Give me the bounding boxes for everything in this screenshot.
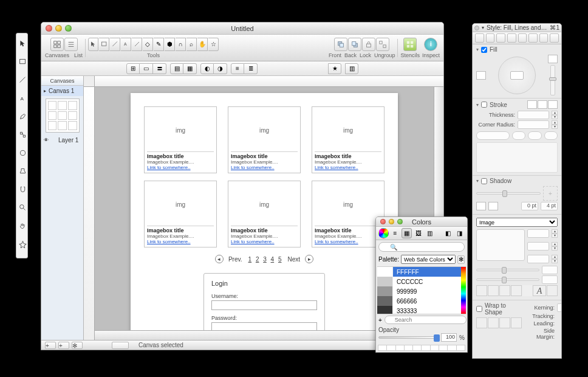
thickness-field[interactable]: [518, 111, 549, 119]
rubber-stamp-icon[interactable]: [18, 164, 27, 178]
tab-lines-icon[interactable]: [486, 33, 495, 43]
imagebox-card[interactable]: img Imagebox title Imagebox Example.... …: [144, 106, 217, 173]
blend-slider[interactable]: [550, 65, 555, 95]
image-palettes-icon[interactable]: 🖼: [413, 228, 423, 238]
image-mode-select[interactable]: Image: [476, 218, 558, 227]
shadow-color-swatch[interactable]: [476, 202, 486, 210]
tool-magnet-icon[interactable]: ∩: [176, 38, 186, 51]
list-button[interactable]: [64, 38, 78, 51]
page-2[interactable]: 2: [256, 256, 259, 263]
imagebox-card[interactable]: img Imagebox titleImagebox Example....Li…: [144, 181, 217, 247]
extra-picker2-icon[interactable]: ◨: [454, 228, 465, 238]
pager-next-icon[interactable]: ▸: [305, 255, 313, 263]
pager-prev-icon[interactable]: ◂: [215, 255, 224, 263]
page-5[interactable]: 5: [278, 256, 282, 263]
vertical-ruler[interactable]: [84, 87, 95, 340]
pointer-tool-icon[interactable]: [18, 36, 27, 50]
stencils-button[interactable]: [403, 38, 417, 51]
shadow-type-icon[interactable]: [488, 202, 498, 210]
line-mid1[interactable]: [512, 131, 525, 140]
shape-tool-icon[interactable]: [18, 55, 27, 68]
tab-style-icon[interactable]: [475, 33, 484, 43]
palette-select[interactable]: Web Safe Colors: [401, 255, 456, 264]
color-row[interactable]: CCCCCC: [377, 277, 466, 286]
sidebar-layer-item[interactable]: 👁Layer 1: [41, 135, 83, 145]
crayons-icon[interactable]: ▥: [425, 228, 435, 238]
lock-button[interactable]: [362, 38, 375, 51]
pager-prev-label[interactable]: Prev.: [228, 256, 242, 263]
color-sliders-icon[interactable]: ≡: [390, 228, 400, 238]
text-tool-icon[interactable]: A: [18, 91, 27, 105]
color-list[interactable]: FFFFFFCCCCCC999999666666333333000000: [377, 266, 466, 314]
stroke-double-icon[interactable]: [538, 100, 547, 109]
color-search-input[interactable]: [378, 242, 465, 252]
tab-connections-icon[interactable]: [539, 33, 549, 43]
shadow-checkbox[interactable]: [481, 178, 487, 184]
tool-line-icon[interactable]: [110, 38, 120, 51]
font-sample[interactable]: A: [533, 285, 546, 296]
pager-next-label[interactable]: Next: [287, 256, 300, 263]
browse-tool-icon[interactable]: [18, 237, 27, 251]
snap-btn-icon[interactable]: ⊞: [126, 63, 140, 74]
stroke-single-icon[interactable]: [527, 100, 537, 109]
imagebox-card[interactable]: img Imagebox titleImagebox Example....Li…: [312, 106, 385, 173]
zoom-tool-icon[interactable]: [18, 201, 27, 214]
shadow-blur-slider[interactable]: [476, 192, 541, 195]
color-row[interactable]: 666666: [377, 296, 466, 306]
palette-gear-icon[interactable]: ✻: [457, 255, 465, 264]
tab-canvas-icon[interactable]: [550, 33, 559, 43]
pen-tool-icon[interactable]: [18, 109, 27, 123]
page-4[interactable]: 4: [271, 256, 275, 263]
page-3[interactable]: 3: [263, 256, 267, 263]
canvases-button[interactable]: [50, 38, 64, 51]
tab-geometry-icon[interactable]: [518, 33, 527, 43]
close-icon[interactable]: [474, 26, 479, 30]
tool-brush-icon[interactable]: ✎: [154, 38, 164, 51]
wrap-opt-icon[interactable]: [476, 317, 487, 328]
colors-titlebar[interactable]: Colors: [376, 217, 467, 227]
kerning-field[interactable]: [557, 303, 562, 312]
add-color-icon[interactable]: +: [378, 317, 382, 323]
back-button[interactable]: [348, 38, 361, 51]
add-layer-icon[interactable]: +: [58, 342, 69, 349]
color-well[interactable]: [378, 345, 387, 351]
tool-shape-icon[interactable]: [99, 38, 109, 51]
tool-text-icon[interactable]: A: [121, 38, 131, 51]
stroke-custom-icon[interactable]: [548, 100, 558, 109]
color-row[interactable]: 999999: [377, 286, 466, 296]
wrap-checkbox[interactable]: [476, 306, 482, 312]
canvas-page[interactable]: img Imagebox title Imagebox Example.... …: [131, 93, 398, 330]
imagebox-card[interactable]: img Imagebox titleImagebox Example....Li…: [228, 106, 301, 173]
star-toggle-icon[interactable]: ★: [328, 63, 341, 74]
line-mid2[interactable]: [528, 131, 541, 140]
username-field[interactable]: [211, 300, 317, 310]
style-titlebar[interactable]: ▾ Style: Fill, Lines and Shapes, Sha… ⌘1: [473, 24, 561, 32]
diagram-tool-icon[interactable]: [18, 128, 27, 141]
tool-browse-icon[interactable]: ☆: [208, 38, 219, 51]
fill-color-swatch[interactable]: [476, 71, 486, 80]
main-titlebar[interactable]: Untitled: [41, 22, 443, 35]
image-preview[interactable]: [476, 229, 525, 261]
imagebox-card[interactable]: img Imagebox titleImagebox Example....Li…: [312, 181, 385, 247]
color-row[interactable]: FFFFFF: [377, 267, 466, 277]
imagebox-card[interactable]: img Imagebox titleImagebox Example....Li…: [228, 181, 301, 247]
opacity-slider[interactable]: [378, 336, 439, 339]
imagebox-link[interactable]: Link to somewhere..: [147, 165, 214, 170]
tool-hand-icon[interactable]: ✋: [197, 38, 208, 51]
shadow-y-field[interactable]: 4 pt: [541, 202, 558, 210]
color-row[interactable]: 333333: [377, 306, 466, 314]
opacity-value[interactable]: 100: [441, 333, 457, 342]
tool-zoom-icon[interactable]: ⌕: [186, 38, 197, 51]
image-opacity-slider[interactable]: [476, 269, 539, 271]
magnet-tool-icon[interactable]: [18, 182, 27, 196]
image-size-field[interactable]: [527, 229, 549, 238]
fill-checkbox[interactable]: [481, 47, 487, 53]
tool-stamp-icon[interactable]: ⬢: [165, 38, 175, 51]
hue-strip[interactable]: [461, 267, 466, 314]
tool-diagram-icon[interactable]: ◇: [143, 38, 153, 51]
tool-pointer-icon[interactable]: [88, 38, 98, 51]
corner-radius-field[interactable]: [518, 120, 549, 129]
shadow-x-field[interactable]: 0 pt: [521, 202, 538, 210]
stroke-preview-icon[interactable]: [112, 342, 129, 349]
hand-tool-icon[interactable]: [18, 219, 27, 232]
